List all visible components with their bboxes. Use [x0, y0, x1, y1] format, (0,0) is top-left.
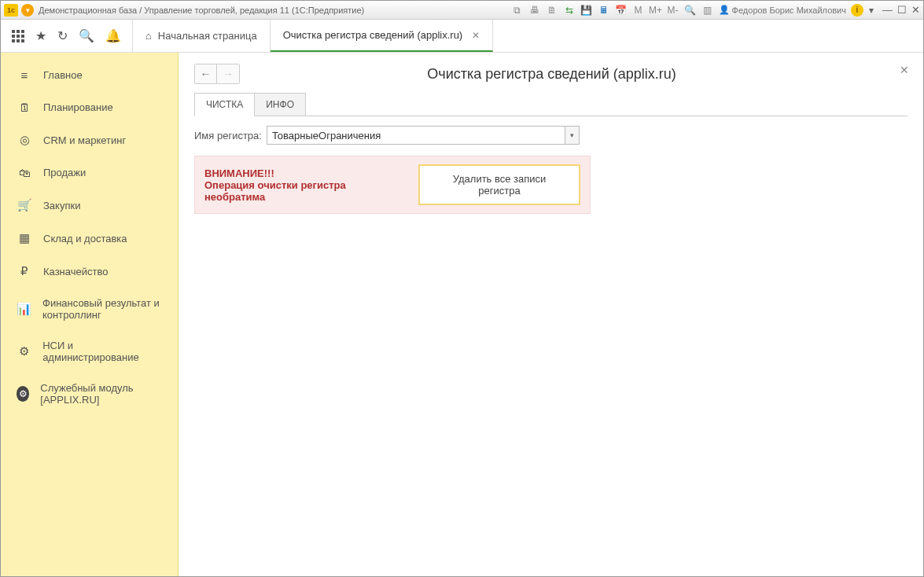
app-logo-icon: 1c: [4, 4, 18, 17]
delete-all-button[interactable]: Удалить все записи регистра: [418, 164, 580, 205]
main-area: ← → Очистка регистра сведений (applix.ru…: [179, 53, 923, 576]
minimize-icon[interactable]: —: [882, 4, 893, 16]
register-value: ТоварныеОграничения: [267, 130, 565, 141]
search-icon[interactable]: 🔍: [79, 28, 94, 43]
body: ≡Главное 🗓Планирование ◎CRM и маркетинг …: [1, 53, 923, 576]
maximize-icon[interactable]: ☐: [897, 4, 907, 16]
sidebar-item-label: Казначейство: [43, 266, 108, 277]
sidebar-item-warehouse[interactable]: ▦Склад и доставка: [1, 222, 178, 255]
calculator-icon[interactable]: 🖩: [598, 4, 610, 17]
warning-panel: ВНИМАНИЕ!!! Операция очистки регистра не…: [194, 156, 591, 214]
ptab-clean[interactable]: ЧИСТКА: [194, 93, 255, 116]
compare-icon[interactable]: ⇆: [563, 4, 576, 17]
tab-home-label: Начальная страница: [158, 30, 257, 42]
mem-m[interactable]: M: [632, 4, 645, 17]
window-title: Демонстрационная база / Управление торго…: [39, 6, 364, 15]
sidebar-item-nsi[interactable]: ⚙НСИ и администрирование: [1, 330, 178, 373]
tab-home[interactable]: ⌂ Начальная страница: [133, 20, 271, 52]
register-select[interactable]: ТоварныеОграничения ▾: [267, 126, 580, 145]
print-preview-icon[interactable]: ⧉: [511, 4, 524, 17]
tab-active-label: Очистка регистра сведений (applix.ru): [283, 29, 463, 41]
user-icon: 👤: [719, 5, 730, 15]
user-name: Федоров Борис Михайлович: [732, 6, 846, 15]
page-header: ← → Очистка регистра сведений (applix.ru…: [179, 53, 923, 92]
sidebar-item-label: Закупки: [43, 200, 80, 211]
mem-mplus[interactable]: M+: [650, 4, 662, 17]
sidebar-item-label: CRM и маркетинг: [43, 134, 126, 146]
planning-icon: 🗓: [17, 101, 32, 114]
select-dropdown-icon[interactable]: ▾: [565, 127, 579, 144]
sidebar-item-crm[interactable]: ◎CRM и маркетинг: [1, 123, 178, 156]
star-icon[interactable]: ★: [35, 28, 46, 43]
bag-icon: 🛍: [17, 166, 32, 179]
sidebar-item-treasury[interactable]: ₽Казначейство: [1, 255, 178, 288]
titlebar: 1c ▾ Демонстрационная база / Управление …: [1, 1, 923, 20]
page-title: Очистка регистра сведений (applix.ru): [196, 66, 907, 83]
window-controls: — ☐ ✕: [882, 4, 920, 16]
sidebar-item-planning[interactable]: 🗓Планирование: [1, 91, 178, 123]
warning-text: Операция очистки регистра необратима: [204, 179, 407, 203]
sidebar-item-label: Склад и доставка: [43, 233, 127, 244]
bell-icon[interactable]: 🔔: [105, 28, 121, 43]
zoom-icon[interactable]: 🔍: [684, 4, 697, 17]
module-icon: ⚙: [17, 386, 29, 402]
page-close-icon[interactable]: ✕: [900, 64, 909, 76]
ptab-info[interactable]: ИНФО: [254, 93, 306, 116]
sidebar-item-purchases[interactable]: 🛒Закупки: [1, 189, 178, 222]
cart-icon: 🛒: [17, 198, 32, 212]
tab-close-icon[interactable]: ✕: [472, 30, 480, 41]
toolbar-left: ★ ↻ 🔍 🔔: [1, 20, 133, 52]
warning-title: ВНИМАНИЕ!!!: [204, 167, 407, 179]
form-area: Имя регистра: ТоварныеОграничения ▾ ВНИМ…: [194, 116, 907, 214]
apps-grid-icon[interactable]: [12, 30, 24, 42]
sidebar-item-finance[interactable]: 📊Финансовый результат и контроллинг: [1, 288, 178, 330]
sidebar: ≡Главное 🗓Планирование ◎CRM и маркетинг …: [1, 53, 179, 576]
tab-active[interactable]: Очистка регистра сведений (applix.ru) ✕: [271, 20, 494, 52]
chart-icon: 📊: [17, 302, 31, 316]
sidebar-item-label: Служебный модуль [APPLIX.RU]: [40, 382, 167, 406]
mem-mminus[interactable]: M-: [667, 4, 679, 17]
panel-icon[interactable]: ▥: [701, 4, 714, 17]
document-icon[interactable]: 🗎: [546, 4, 558, 17]
boxes-icon: ▦: [17, 231, 32, 245]
titlebar-tools: ⧉ 🖶 🗎 ⇆ 💾 🖩 📅 M M+ M- 🔍 ▥: [511, 4, 714, 17]
save-icon[interactable]: 💾: [580, 4, 593, 17]
calendar-icon[interactable]: 📅: [615, 4, 628, 17]
page-tabs: ЧИСТКА ИНФО: [179, 92, 923, 116]
sidebar-item-applix[interactable]: ⚙Служебный модуль [APPLIX.RU]: [1, 373, 178, 415]
main-toolbar: ★ ↻ 🔍 🔔 ⌂ Начальная страница Очистка рег…: [1, 20, 923, 53]
print-icon[interactable]: 🖶: [528, 4, 541, 17]
sidebar-item-label: Продажи: [43, 167, 86, 178]
info-icon[interactable]: i: [851, 4, 863, 17]
sidebar-item-sales[interactable]: 🛍Продажи: [1, 156, 178, 189]
app-window: 1c ▾ Демонстрационная база / Управление …: [0, 0, 924, 577]
sidebar-item-label: НСИ и администрирование: [42, 340, 167, 363]
sidebar-item-main[interactable]: ≡Главное: [1, 59, 178, 91]
menu-icon: ≡: [17, 68, 32, 82]
history-icon[interactable]: ↻: [57, 28, 68, 43]
warning-text-block: ВНИМАНИЕ!!! Операция очистки регистра не…: [204, 167, 407, 203]
home-icon: ⌂: [145, 30, 152, 42]
register-label: Имя регистра:: [194, 130, 262, 141]
ruble-icon: ₽: [17, 264, 32, 278]
target-icon: ◎: [17, 133, 32, 147]
app-menu-dropdown[interactable]: ▾: [21, 4, 34, 17]
register-row: Имя регистра: ТоварныеОграничения ▾: [194, 126, 907, 145]
gear-icon: ⚙: [17, 344, 31, 358]
close-window-icon[interactable]: ✕: [911, 4, 920, 16]
sidebar-item-label: Планирование: [43, 101, 113, 113]
info-dropdown-icon[interactable]: ▾: [865, 4, 878, 17]
sidebar-item-label: Финансовый результат и контроллинг: [42, 297, 167, 321]
sidebar-item-label: Главное: [43, 69, 83, 81]
user-block[interactable]: 👤 Федоров Борис Михайлович: [719, 5, 846, 15]
